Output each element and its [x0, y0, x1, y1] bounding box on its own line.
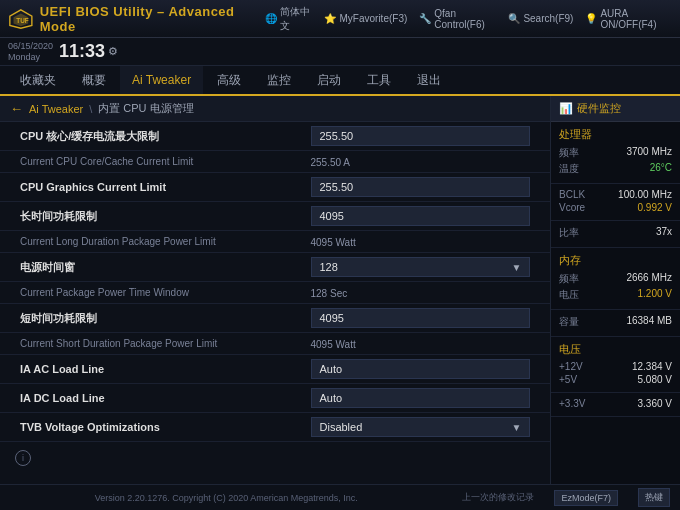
nav-exit[interactable]: 退出	[405, 66, 453, 96]
settings-table: CPU 核心/缓存电流最大限制 255.50 Current CPU Core/…	[0, 122, 550, 442]
hw-mem-volt-label: 电压	[559, 288, 579, 302]
setting-value[interactable]: Disabled ▼	[303, 413, 551, 442]
hw-memory-section: 内存 频率 2666 MHz 电压 1.200 V	[551, 248, 680, 310]
svg-text:TUF: TUF	[16, 16, 29, 23]
setting-value[interactable]: 255.50	[303, 122, 551, 151]
hw-ratio-label: 比率	[559, 226, 579, 240]
hw-row-freq: 频率 3700 MHz	[559, 146, 672, 160]
nav-advanced[interactable]: 高级	[205, 66, 253, 96]
current-time-window: 128 Sec	[311, 288, 348, 299]
setting-label: TVB Voltage Optimizations	[0, 413, 303, 442]
main-navigation: 收藏夹 概要 Ai Tweaker 高级 监控 启动 工具 退出	[0, 66, 680, 96]
left-panel: ← Ai Tweaker \ 内置 CPU 电源管理 CPU 核心/缓存电流最大…	[0, 96, 550, 484]
setting-value-static: 255.50 A	[303, 151, 551, 173]
logo-area: TUF UEFI BIOS Utility – Advanced Mode	[8, 4, 255, 34]
hw-cap-label: 容量	[559, 315, 579, 329]
setting-value[interactable]: Auto	[303, 355, 551, 384]
back-arrow-icon[interactable]: ←	[10, 101, 23, 116]
main-layout: ← Ai Tweaker \ 内置 CPU 电源管理 CPU 核心/缓存电流最大…	[0, 96, 680, 484]
setting-label-en: Current Short Duration Package Power Lim…	[0, 333, 303, 355]
value-input-cpu-graphics[interactable]: 255.50	[311, 177, 531, 197]
setting-label-en: Current Long Duration Package Power Limi…	[0, 231, 303, 253]
hw-freq-value: 3700 MHz	[626, 146, 672, 160]
hw-row-12v: +12V 12.384 V	[559, 361, 672, 372]
hw-capacity-section: 容量 16384 MB	[551, 310, 680, 337]
table-row: Current CPU Core/Cache Current Limit 255…	[0, 151, 550, 173]
hw-ratio-section: 比率 37x	[551, 221, 680, 248]
nav-favorites[interactable]: 收藏夹	[8, 66, 68, 96]
hw-temp-value: 26°C	[650, 162, 672, 176]
hw-cap-value: 16384 MB	[626, 315, 672, 329]
value-input-cpu-core-current[interactable]: 255.50	[311, 126, 531, 146]
hw-12v-label: +12V	[559, 361, 583, 372]
table-row: 电源时间窗 128 ▼	[0, 253, 550, 282]
setting-label: CPU Graphics Current Limit	[0, 173, 303, 202]
value-input-ia-dc[interactable]: Auto	[311, 388, 531, 408]
dropdown-power-time[interactable]: 128 ▼	[311, 257, 531, 277]
aura-tool[interactable]: 💡 AURA ON/OFF(F4)	[585, 8, 672, 30]
value-input-ia-ac[interactable]: Auto	[311, 359, 531, 379]
search-tool[interactable]: 🔍 Search(F9)	[508, 13, 573, 24]
search-icon: 🔍	[508, 13, 520, 24]
monitor-icon: 📊	[559, 102, 573, 115]
nav-overview[interactable]: 概要	[70, 66, 118, 96]
hw-row-vcore: Vcore 0.992 V	[559, 202, 672, 213]
lang-tool[interactable]: 🌐 简体中文	[265, 5, 312, 33]
setting-label: IA DC Load Line	[0, 384, 303, 413]
ez-mode-button[interactable]: EzMode(F7)	[554, 490, 618, 506]
hw-bclk-section: BCLK 100.00 MHz Vcore 0.992 V	[551, 184, 680, 221]
hw-monitor-label: 硬件监控	[577, 101, 621, 116]
setting-value[interactable]: 4095	[303, 202, 551, 231]
table-row: IA DC Load Line Auto	[0, 384, 550, 413]
nav-ai-tweaker[interactable]: Ai Tweaker	[120, 66, 203, 96]
hw-memory-title: 内存	[559, 253, 672, 268]
nav-tools[interactable]: 工具	[355, 66, 403, 96]
hw-vcore-value: 0.992 V	[638, 202, 672, 213]
value-input-long-power[interactable]: 4095	[311, 206, 531, 226]
settings-gear-icon[interactable]: ⚙	[108, 45, 118, 58]
hw-monitor-title: 📊 硬件监控	[551, 96, 680, 122]
setting-value[interactable]: 128 ▼	[303, 253, 551, 282]
nav-boot[interactable]: 启动	[305, 66, 353, 96]
breadcrumb-path1: Ai Tweaker	[29, 103, 83, 115]
bios-title: UEFI BIOS Utility – Advanced Mode	[40, 4, 256, 34]
hw-vcore-label: Vcore	[559, 202, 585, 213]
setting-value[interactable]: Auto	[303, 384, 551, 413]
top-bar: TUF UEFI BIOS Utility – Advanced Mode 🌐 …	[0, 0, 680, 38]
setting-label: IA AC Load Line	[0, 355, 303, 384]
nav-monitor[interactable]: 监控	[255, 66, 303, 96]
chevron-down-icon: ▼	[512, 422, 522, 433]
setting-label-en: Current Package Power Time Window	[0, 282, 303, 304]
top-tools: 🌐 简体中文 ⭐ MyFavorite(F3) 🔧 Qfan Control(F…	[265, 5, 672, 33]
hw-row-mem-freq: 频率 2666 MHz	[559, 272, 672, 286]
table-row: TVB Voltage Optimizations Disabled ▼	[0, 413, 550, 442]
setting-label-en: Current CPU Core/Cache Current Limit	[0, 151, 303, 173]
current-short-duration-power: 4095 Watt	[311, 339, 356, 350]
setting-value[interactable]: 4095	[303, 304, 551, 333]
hardware-monitor-panel: 📊 硬件监控 处理器 频率 3700 MHz 温度 26°C BCLK 100.…	[550, 96, 680, 484]
hw-row-5v: +5V 5.080 V	[559, 374, 672, 385]
chevron-down-icon: ▼	[512, 262, 522, 273]
qfan-tool[interactable]: 🔧 Qfan Control(F6)	[419, 8, 496, 30]
hw-cpu-title: 处理器	[559, 127, 672, 142]
hw-12v-value: 12.384 V	[632, 361, 672, 372]
hw-mem-freq-label: 频率	[559, 272, 579, 286]
value-input-short-power[interactable]: 4095	[311, 308, 531, 328]
setting-value-static: 4095 Watt	[303, 333, 551, 355]
table-row: CPU 核心/缓存电流最大限制 255.50	[0, 122, 550, 151]
setting-value-static: 4095 Watt	[303, 231, 551, 253]
datetime-bar: 06/15/2020 Monday 11:33 ⚙	[0, 38, 680, 66]
hw-33v-value: 3.360 V	[638, 398, 672, 409]
hw-row-33v: +3.3V 3.360 V	[559, 398, 672, 409]
hw-bclk-value: 100.00 MHz	[618, 189, 672, 200]
hw-cpu-section: 处理器 频率 3700 MHz 温度 26°C	[551, 122, 680, 184]
table-row: CPU Graphics Current Limit 255.50	[0, 173, 550, 202]
favorite-tool[interactable]: ⭐ MyFavorite(F3)	[324, 13, 407, 24]
hw-temp-label: 温度	[559, 162, 579, 176]
info-icon[interactable]: i	[15, 450, 31, 466]
hotkeys-button[interactable]: 热键	[638, 488, 670, 507]
dropdown-tvb-voltage[interactable]: Disabled ▼	[311, 417, 531, 437]
lang-label: 简体中文	[280, 5, 312, 33]
setting-value[interactable]: 255.50	[303, 173, 551, 202]
qfan-label: Qfan Control(F6)	[434, 8, 496, 30]
